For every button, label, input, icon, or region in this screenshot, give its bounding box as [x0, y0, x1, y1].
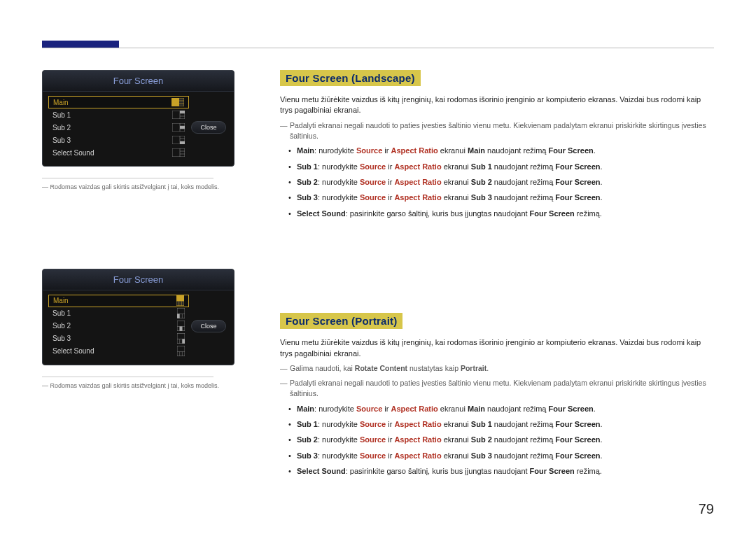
- osd-close-wrap: Close: [189, 295, 228, 358]
- svg-rect-42: [177, 346, 185, 356]
- svg-rect-6: [180, 111, 185, 113]
- osd-panel-portrait: Four Screen Main Sub 1 Sub 2: [42, 269, 234, 365]
- close-button[interactable]: Close: [191, 320, 225, 332]
- page: Four Screen Main Sub 1 Sub 2: [0, 0, 756, 534]
- layout-icon-sub1-portrait: [177, 308, 185, 318]
- osd-body: Main Sub 1 Sub 2 Sub 3: [43, 290, 234, 365]
- osd-list: Main Sub 1 Sub 2 Sub 3: [48, 96, 189, 159]
- layout-icon-sub3-portrait: [177, 333, 185, 344]
- osd-item-sub1[interactable]: Sub 1: [48, 307, 189, 320]
- bullet-list-portrait: Main: nurodykite Source ir Aspect Ratio …: [280, 404, 714, 477]
- intro-text: Vienu metu žiūrėkite vaizdus iš kitų įre…: [280, 94, 714, 116]
- header-accent-block: [42, 41, 119, 48]
- osd-panel-landscape: Four Screen Main Sub 1 Sub 2: [42, 70, 234, 167]
- content-columns: Four Screen Main Sub 1 Sub 2: [42, 70, 714, 511]
- bullet-list-landscape: Main: nurodykite Source ir Aspect Ratio …: [280, 146, 714, 219]
- intro-text: Vienu metu žiūrėkite vaizdus iš kitų įre…: [280, 337, 714, 359]
- page-number: 79: [699, 501, 714, 517]
- svg-rect-41: [182, 339, 185, 344]
- layout-icon-main-landscape: [172, 98, 184, 106]
- note-divider: [42, 377, 214, 377]
- svg-rect-19: [172, 148, 185, 157]
- split-note: Padalyti ekranai negali naudoti to patie…: [280, 120, 714, 141]
- layout-icon-sub2-landscape: [172, 123, 185, 132]
- osd-item-label: Sub 3: [52, 335, 71, 342]
- svg-rect-24: [176, 295, 184, 301]
- left-column: Four Screen Main Sub 1 Sub 2: [42, 70, 280, 511]
- layout-icon-sound-landscape: [172, 148, 185, 157]
- heading-portrait: Four Screen (Portrait): [280, 313, 402, 329]
- list-item: Sub 3: nurodykite Source ir Aspect Ratio…: [297, 451, 707, 461]
- osd-item-label: Main: [53, 99, 69, 106]
- osd-item-sub3[interactable]: Sub 3: [48, 332, 189, 345]
- list-item: Sub 1: nurodykite Source ir Aspect Ratio…: [297, 162, 707, 172]
- osd-item-sub2[interactable]: Sub 2: [48, 320, 189, 332]
- osd-item-select-sound[interactable]: Select Sound: [48, 146, 189, 159]
- list-item: Sub 1: nurodykite Source ir Aspect Ratio…: [297, 419, 707, 430]
- osd-title: Four Screen: [43, 269, 234, 290]
- heading-landscape: Four Screen (Landscape): [280, 70, 421, 86]
- section-landscape: Four Screen (Landscape) Vienu metu žiūrė…: [280, 70, 714, 219]
- osd-close-wrap: Close: [189, 96, 228, 159]
- svg-rect-29: [177, 314, 180, 318]
- osd-item-select-sound[interactable]: Select Sound: [48, 345, 189, 358]
- osd-item-main[interactable]: Main: [48, 295, 189, 307]
- layout-icon-sound-portrait: [177, 346, 185, 356]
- horizontal-rule: [42, 48, 714, 48]
- close-button[interactable]: Close: [191, 121, 225, 134]
- layout-icon-sub2-portrait: [177, 321, 185, 331]
- osd-item-main[interactable]: Main: [48, 96, 189, 108]
- osd-item-label: Sub 2: [52, 322, 71, 330]
- osd-item-sub1[interactable]: Sub 1: [48, 108, 189, 121]
- osd-item-sub3[interactable]: Sub 3: [48, 134, 189, 146]
- osd-item-label: Main: [53, 297, 69, 304]
- model-disclaimer-note: Rodomas vaizdas gali skirtis atsižvelgia…: [42, 381, 252, 391]
- rotate-note: Galima naudoti, kai Rotate Content nusta…: [280, 363, 714, 374]
- split-note: Padalyti ekranai negali naudoti to patie…: [280, 378, 714, 399]
- list-item: Main: nurodykite Source ir Aspect Ratio …: [297, 404, 707, 414]
- osd-list: Main Sub 1 Sub 2 Sub 3: [48, 295, 189, 358]
- list-item: Select Sound: pasirinkite garso šaltinį,…: [297, 466, 707, 477]
- osd-body: Main Sub 1 Sub 2 Sub 3: [43, 92, 234, 166]
- right-column: Four Screen (Landscape) Vienu metu žiūrė…: [280, 70, 714, 511]
- section-portrait: Four Screen (Portrait) Vienu metu žiūrėk…: [280, 313, 714, 477]
- list-item: Sub 2: nurodykite Source ir Aspect Ratio…: [297, 177, 707, 188]
- svg-rect-1: [172, 98, 179, 106]
- osd-title: Four Screen: [43, 71, 234, 92]
- svg-rect-18: [180, 141, 185, 144]
- osd-item-label: Sub 2: [52, 124, 71, 132]
- osd-item-label: Select Sound: [52, 149, 94, 157]
- svg-rect-12: [180, 126, 185, 129]
- model-disclaimer-note: Rodomas vaizdas gali skirtis atsižvelgia…: [42, 183, 252, 192]
- note-divider: [42, 178, 214, 178]
- osd-item-label: Sub 1: [52, 111, 71, 119]
- osd-item-label: Sub 1: [52, 309, 71, 317]
- osd-item-label: Select Sound: [52, 347, 94, 355]
- list-item: Select Sound: pasirinkite garso šaltinį,…: [297, 209, 707, 219]
- layout-icon-main-portrait: [176, 295, 184, 306]
- osd-item-label: Sub 3: [52, 136, 71, 144]
- list-item: Sub 2: nurodykite Source ir Aspect Ratio…: [297, 435, 707, 445]
- layout-icon-sub3-landscape: [172, 136, 185, 144]
- svg-rect-35: [180, 327, 183, 331]
- osd-item-sub2[interactable]: Sub 2: [48, 121, 189, 134]
- list-item: Sub 3: nurodykite Source ir Aspect Ratio…: [297, 192, 707, 203]
- list-item: Main: nurodykite Source ir Aspect Ratio …: [297, 146, 707, 156]
- layout-icon-sub1-landscape: [172, 111, 185, 119]
